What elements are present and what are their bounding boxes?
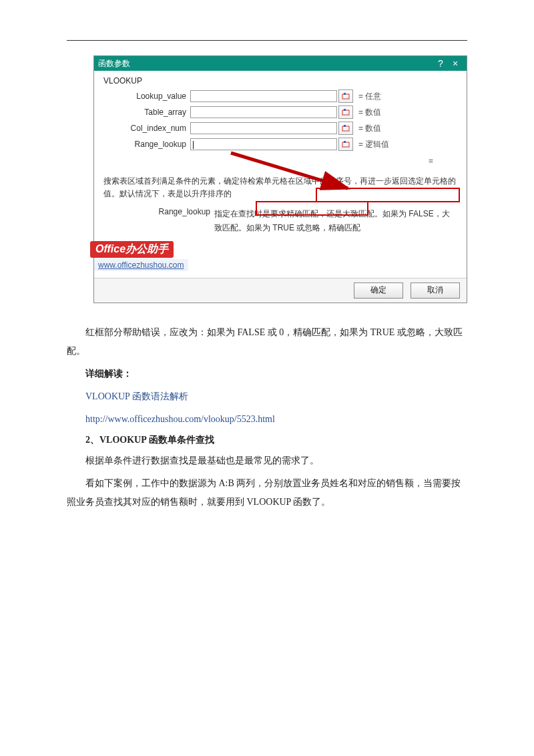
param-label: Table_array xyxy=(101,108,190,117)
param-row: Col_index_num = 数值 xyxy=(101,122,460,135)
svg-rect-4 xyxy=(342,126,349,131)
watermark-url: www.officezhushou.com xyxy=(94,259,188,271)
param-result: = 数值 xyxy=(358,107,381,118)
dialog-title: 函数参数 xyxy=(98,56,433,71)
body-url[interactable]: http://www.officezhushou.com/vlookup/552… xyxy=(67,410,467,429)
horizontal-rule xyxy=(67,40,467,41)
param-row: Table_array = 数值 xyxy=(101,106,460,119)
svg-rect-1 xyxy=(344,93,346,95)
lookup-value-input[interactable] xyxy=(190,90,337,102)
svg-rect-2 xyxy=(342,110,349,115)
dialog-footer: 确定 取消 xyxy=(94,278,467,303)
ok-button[interactable]: 确定 xyxy=(354,282,403,299)
param-result: = 数值 xyxy=(358,123,381,134)
function-args-dialog: 函数参数 ? × VLOOKUP Lookup_value = 任意 Table… xyxy=(93,55,467,303)
svg-rect-6 xyxy=(342,142,349,147)
table-array-input[interactable] xyxy=(190,106,337,118)
body-paragraph: 看如下案例，工作中的数据源为 A:B 两列，分别放置业务员姓名和对应的销售额，当… xyxy=(67,474,467,512)
equals-row: = xyxy=(101,154,460,170)
section-heading: 2、VLOOKUP 函数单条件查找 xyxy=(67,434,467,446)
dialog-body: VLOOKUP Lookup_value = 任意 Table_array = … xyxy=(94,71,467,278)
param-result: = 逻辑值 xyxy=(358,139,389,150)
range-select-icon[interactable] xyxy=(338,122,353,135)
svg-rect-0 xyxy=(342,94,349,99)
param-label: Lookup_value xyxy=(101,91,190,101)
body-link[interactable]: VLOOKUP 函数语法解析 xyxy=(67,387,467,406)
dialog-titlebar: 函数参数 ? × xyxy=(94,56,467,71)
body-subheading: 详细解读： xyxy=(67,365,467,383)
body-paragraph: 根据单条件进行数据查找是最基础也是最常见的需求了。 xyxy=(67,451,467,470)
cancel-button[interactable]: 取消 xyxy=(411,282,460,299)
svg-rect-7 xyxy=(344,141,346,143)
body-paragraph: 红框部分帮助错误，应改为：如果为 FALSE 或 0，精确匹配，如果为 TRUE… xyxy=(67,323,467,361)
range-select-icon[interactable] xyxy=(338,89,353,103)
range-lookup-input[interactable] xyxy=(190,138,337,150)
range-select-icon[interactable] xyxy=(338,138,353,151)
help-icon[interactable]: ? xyxy=(433,56,448,71)
param-result: = 任意 xyxy=(358,91,381,102)
function-name: VLOOKUP xyxy=(103,76,460,85)
param-row: Range_lookup = 逻辑值 xyxy=(101,138,460,151)
red-highlight-box xyxy=(256,201,368,216)
svg-rect-3 xyxy=(344,109,346,111)
param-label: Col_index_num xyxy=(101,124,190,133)
svg-rect-5 xyxy=(344,125,346,127)
range-select-icon[interactable] xyxy=(338,106,353,119)
param-description-label: Range_lookup xyxy=(103,207,214,216)
param-row: Lookup_value = 任意 xyxy=(101,89,460,103)
close-icon[interactable]: × xyxy=(448,56,463,71)
param-label: Range_lookup xyxy=(101,140,190,149)
red-highlight-box xyxy=(316,188,460,202)
watermark-badge: Office办公助手 xyxy=(90,241,174,258)
col-index-num-input[interactable] xyxy=(190,122,337,134)
